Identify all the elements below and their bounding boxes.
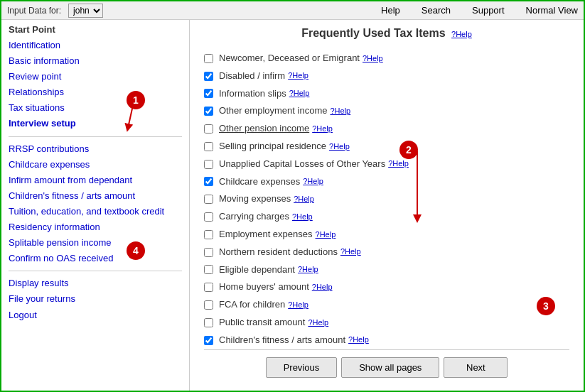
- search-link[interactable]: Search: [422, 5, 451, 16]
- help-link-disabled[interactable]: ?Help: [288, 70, 308, 82]
- sidebar-item-tax-situations[interactable]: Tax situations: [9, 100, 182, 116]
- content-area: Frequently Used Tax Items ?Help 2 3 Newc…: [190, 20, 584, 392]
- help-link-employment-exp[interactable]: ?Help: [316, 229, 336, 241]
- checklist-item-childcare-exp: Childcare expenses?Help: [204, 173, 569, 191]
- sidebar-item-pension[interactable]: Splitable pension income: [9, 235, 182, 251]
- checkbox-other-employment[interactable]: [204, 107, 213, 116]
- checkbox-eligible[interactable]: [204, 265, 213, 274]
- help-link-other-employment[interactable]: ?Help: [330, 105, 350, 118]
- checkbox-northern[interactable]: [204, 248, 213, 257]
- checklist-item-other-employment: Other employment income?Help: [204, 102, 569, 120]
- sidebar-item-tuition[interactable]: Tuition, education, and textbook credit: [9, 204, 182, 219]
- checklist-label-eligible: Eligible dependant: [219, 263, 295, 278]
- title-help-link[interactable]: ?Help: [451, 30, 472, 38]
- checklist-item-info-slips: Information slips?Help: [204, 85, 569, 103]
- checklist-label-info-slips: Information slips: [219, 87, 286, 102]
- sidebar-item-basic-information[interactable]: Basic information: [9, 53, 182, 69]
- checklist-label-northern: Northern resident deductions: [219, 245, 338, 260]
- sidebar-section-3: Display results File your returns Logout: [9, 276, 182, 322]
- nav-links: Help Search Support Normal View: [381, 5, 578, 16]
- sidebar-divider-1: [9, 136, 182, 137]
- help-link-newcomer[interactable]: ?Help: [363, 53, 383, 65]
- checklist-item-employment-exp: Employment expenses?Help: [204, 226, 569, 244]
- sidebar-item-display-results[interactable]: Display results: [9, 276, 182, 291]
- help-link-fca[interactable]: ?Help: [288, 299, 308, 312]
- checklist-item-newcomer: Newcomer, Deceased or Emigrant?Help: [204, 50, 569, 67]
- checklist-label-disabled: Disabled / infirm: [219, 69, 285, 84]
- checklist-label-carrying: Carrying charges: [219, 209, 289, 224]
- normal-view-link[interactable]: Normal View: [526, 5, 578, 16]
- user-select[interactable]: john: [68, 4, 103, 18]
- help-link-eligible[interactable]: ?Help: [298, 263, 318, 276]
- checklist-label-fca: FCA for children: [219, 298, 285, 312]
- checklist-item-eligible: Eligible dependant?Help: [204, 261, 569, 279]
- checkbox-childcare-exp[interactable]: [204, 177, 213, 186]
- sidebar-item-rrsp[interactable]: RRSP contributions: [9, 141, 182, 157]
- checklist-item-children-fitness: Children's fitness / arts amount?Help: [204, 332, 569, 349]
- sidebar: Start Point Identification Basic informa…: [1, 20, 190, 392]
- sidebar-item-fitness[interactable]: Children's fitness / arts amount: [9, 188, 182, 204]
- main-layout: Start Point Identification Basic informa…: [1, 20, 584, 392]
- sidebar-item-infirm[interactable]: Infirm amount from dependant: [9, 173, 182, 188]
- checkbox-info-slips[interactable]: [204, 89, 213, 98]
- sidebar-item-oas[interactable]: Confirm no OAS received: [9, 251, 182, 266]
- help-link-children-fitness[interactable]: ?Help: [348, 334, 369, 347]
- checkbox-public-transit[interactable]: [204, 318, 213, 327]
- checkbox-disabled[interactable]: [204, 72, 213, 81]
- help-link[interactable]: Help: [381, 5, 400, 16]
- sidebar-item-relationships[interactable]: Relationships: [9, 85, 182, 100]
- checkbox-newcomer[interactable]: [204, 54, 213, 63]
- checklist-label-other-pension: Other pension income: [219, 121, 309, 136]
- topbar: Input Data for: john Help Search Support…: [1, 1, 584, 20]
- checkbox-unapplied-capital[interactable]: [204, 160, 213, 169]
- sidebar-item-file-returns[interactable]: File your returns: [9, 291, 182, 307]
- checklist-label-children-fitness: Children's fitness / arts amount: [219, 333, 345, 348]
- content-title: Frequently Used Tax Items ?Help: [204, 27, 569, 40]
- checkbox-selling-principal[interactable]: [204, 142, 213, 151]
- show-all-pages-button[interactable]: Show all pages: [341, 357, 439, 378]
- previous-button[interactable]: Previous: [266, 357, 338, 378]
- checklist-label-childcare-exp: Childcare expenses: [219, 175, 300, 190]
- checklist-item-carrying: Carrying charges?Help: [204, 208, 569, 226]
- help-link-home-buyers[interactable]: ?Help: [312, 281, 333, 294]
- support-link[interactable]: Support: [472, 5, 505, 16]
- checkbox-employment-exp[interactable]: [204, 230, 213, 239]
- checklist-item-home-buyers: Home buyers' amount?Help: [204, 278, 569, 296]
- checkbox-moving[interactable]: [204, 195, 213, 204]
- checkbox-other-pension[interactable]: [204, 124, 213, 134]
- checklist-label-employment-exp: Employment expenses: [219, 227, 313, 242]
- help-link-info-slips[interactable]: ?Help: [289, 87, 310, 100]
- checkbox-children-fitness[interactable]: [204, 336, 213, 345]
- checklist-label-unapplied-capital: Unapplied Capital Losses of Other Years: [219, 157, 385, 172]
- checklist-item-fca: FCA for children?Help: [204, 296, 569, 314]
- checklist-label-other-employment: Other employment income: [219, 104, 327, 119]
- start-point-label: Start Point: [9, 24, 182, 35]
- sidebar-divider-2: [9, 271, 182, 271]
- sidebar-item-logout[interactable]: Logout: [9, 307, 182, 323]
- help-link-childcare-exp[interactable]: ?Help: [303, 175, 323, 188]
- help-link-carrying[interactable]: ?Help: [292, 211, 313, 224]
- checklist: Newcomer, Deceased or Emigrant?HelpDisab…: [204, 50, 569, 349]
- checkbox-carrying[interactable]: [204, 212, 213, 222]
- checklist-label-moving: Moving expenses: [219, 192, 291, 207]
- help-link-moving[interactable]: ?Help: [294, 193, 314, 206]
- checklist-label-selling-principal: Selling principal residence: [219, 139, 326, 154]
- help-link-public-transit[interactable]: ?Help: [308, 317, 328, 330]
- next-button[interactable]: Next: [444, 357, 508, 378]
- checklist-item-northern: Northern resident deductions?Help: [204, 244, 569, 261]
- checklist-item-public-transit: Public transit amount?Help: [204, 314, 569, 332]
- help-link-northern[interactable]: ?Help: [340, 246, 361, 258]
- sidebar-item-review-point[interactable]: Review point: [9, 69, 182, 85]
- help-link-other-pension[interactable]: ?Help: [312, 123, 333, 136]
- checkbox-home-buyers[interactable]: [204, 283, 213, 292]
- sidebar-item-residency[interactable]: Residency information: [9, 219, 182, 235]
- sidebar-section-2: RRSP contributions Childcare expenses In…: [9, 141, 182, 267]
- help-link-unapplied-capital[interactable]: ?Help: [388, 158, 409, 170]
- sidebar-item-interview-setup[interactable]: Interview setup: [9, 116, 182, 131]
- sidebar-item-identification[interactable]: Identification: [9, 38, 182, 53]
- sidebar-item-childcare[interactable]: Childcare expenses: [9, 157, 182, 173]
- checklist-item-unapplied-capital: Unapplied Capital Losses of Other Years?…: [204, 156, 569, 173]
- help-link-selling-principal[interactable]: ?Help: [329, 141, 350, 153]
- checkbox-fca[interactable]: [204, 300, 213, 310]
- input-data-label: Input Data for:: [7, 6, 61, 16]
